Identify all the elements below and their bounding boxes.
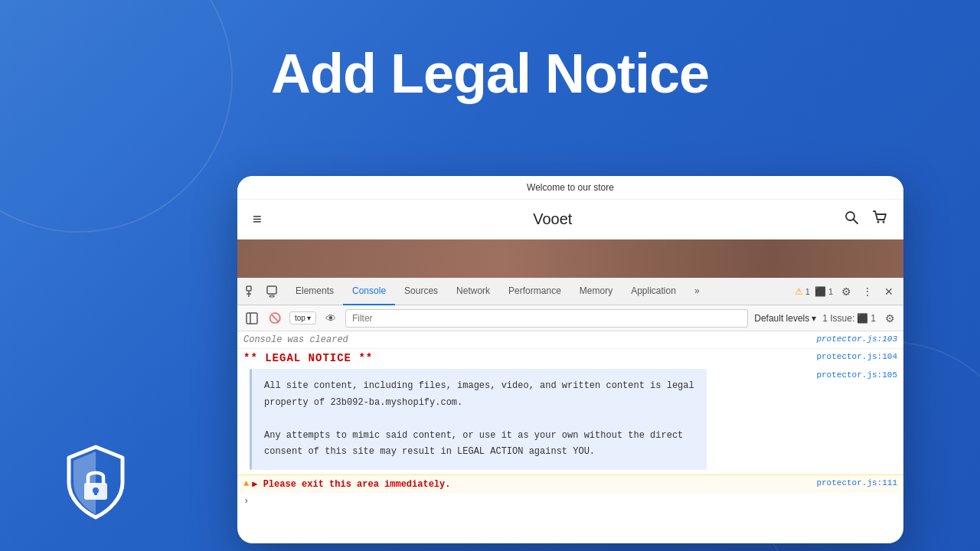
devtools-actions: ⚠ 1 ⬛ 1 ⚙ ⋮ ✕ <box>795 283 897 300</box>
svg-rect-10 <box>267 286 276 294</box>
svg-rect-11 <box>270 295 274 297</box>
issue-warn-icon: ⬛ <box>857 313 868 324</box>
warning-link[interactable]: protector.js:111 <box>816 478 897 487</box>
warn-triangle-icon: ⚠ <box>795 286 803 297</box>
clear-console-icon[interactable]: 🚫 <box>266 310 283 327</box>
page-title: Add Legal Notice <box>0 42 980 105</box>
search-icon[interactable] <box>844 210 859 229</box>
more-options-icon[interactable]: ⋮ <box>859 283 876 300</box>
legal-body-block: All site content, including files, image… <box>250 369 707 470</box>
svg-point-5 <box>877 221 880 223</box>
devtools-icon-group <box>243 283 280 300</box>
welcome-text: Welcome to our store <box>527 182 614 193</box>
warning-text: ▶ Please exit this area immediately. <box>252 478 450 490</box>
console-cleared-row: Console was cleared protector.js:103 <box>237 331 903 349</box>
svg-rect-7 <box>247 286 251 291</box>
console-filter-input[interactable] <box>345 309 748 328</box>
error-square-icon: ⬛ <box>815 286 826 297</box>
hamburger-icon[interactable]: ≡ <box>253 210 262 228</box>
warning-row: ▲ ▶ Please exit this area immediately. p… <box>237 474 903 493</box>
brand-name: Vooet <box>533 210 572 228</box>
eye-icon[interactable]: 👁 <box>322 310 339 327</box>
cart-icon[interactable] <box>871 209 888 230</box>
svg-rect-2 <box>94 491 97 495</box>
sidebar-toggle-icon[interactable] <box>243 310 260 327</box>
tab-sources[interactable]: Sources <box>395 278 447 305</box>
tab-application[interactable]: Application <box>622 278 685 305</box>
svg-point-3 <box>846 212 854 220</box>
body-link[interactable]: protector.js:105 <box>816 367 897 380</box>
issue-count-badge: 1 Issue: ⬛ 1 <box>822 313 876 324</box>
tab-elements[interactable]: Elements <box>286 278 343 305</box>
context-selector[interactable]: top ▾ <box>289 311 316 324</box>
legal-title-text: ** LEGAL NOTICE ** <box>243 352 373 364</box>
shield-icon <box>54 441 138 528</box>
close-devtools-icon[interactable]: ✕ <box>880 283 897 300</box>
warn-badge: ⚠ 1 <box>795 286 810 297</box>
tab-console[interactable]: Console <box>343 278 395 305</box>
device-icon[interactable] <box>263 283 280 300</box>
browser-window: Welcome to our store ≡ Vooet <box>237 176 903 543</box>
store-welcome-bar: Welcome to our store <box>237 176 903 200</box>
tab-network[interactable]: Network <box>447 278 499 305</box>
console-toolbar: 🚫 top ▾ 👁 Default levels ▾ 1 Issue: ⬛ 1 … <box>237 305 903 331</box>
legal-header-link[interactable]: protector.js:104 <box>816 352 897 361</box>
legal-header-row: ** LEGAL NOTICE ** protector.js:104 <box>237 349 903 367</box>
tab-memory[interactable]: Memory <box>570 278 622 305</box>
error-badge: ⬛ 1 <box>815 286 833 297</box>
store-banner <box>237 240 903 278</box>
store-navbar: ≡ Vooet <box>237 200 903 240</box>
cleared-link[interactable]: protector.js:103 <box>816 334 897 344</box>
settings-icon[interactable]: ⚙ <box>838 283 854 300</box>
inspect-icon[interactable] <box>243 283 260 300</box>
svg-line-4 <box>854 220 858 223</box>
devtools-tab-bar: Elements Console Sources Network Perform… <box>237 278 903 305</box>
nav-icon-group <box>844 209 888 230</box>
tab-performance[interactable]: Performance <box>499 278 570 305</box>
console-settings-icon[interactable]: ⚙ <box>882 311 897 326</box>
warning-content: ▲ ▶ Please exit this area immediately. <box>243 478 450 490</box>
svg-point-6 <box>883 221 885 223</box>
console-output: Console was cleared protector.js:103 ** … <box>237 331 903 510</box>
svg-rect-12 <box>247 313 257 324</box>
warning-triangle-icon: ▲ <box>243 478 249 489</box>
chevron-row[interactable]: › <box>237 493 903 510</box>
tab-more[interactable]: » <box>685 278 709 305</box>
log-levels-dropdown[interactable]: Default levels ▾ <box>754 313 816 324</box>
